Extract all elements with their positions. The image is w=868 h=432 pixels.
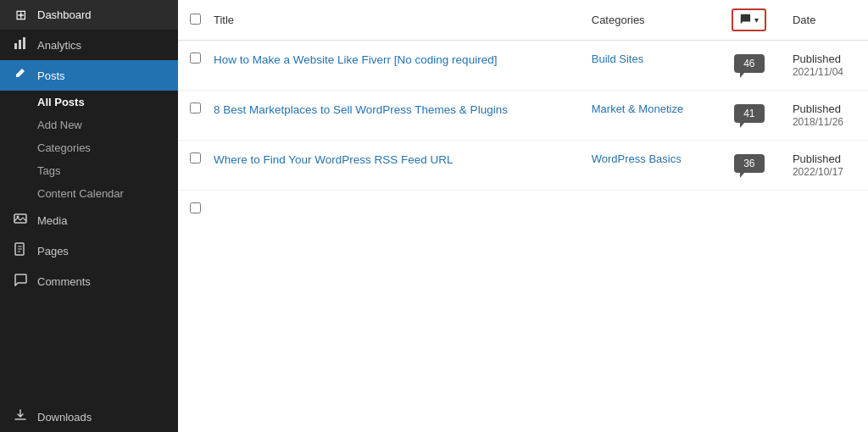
comment-header-icon bbox=[739, 13, 751, 27]
date-cell: Published 2022/10/17 bbox=[782, 141, 868, 191]
comment-count-cell: 46 bbox=[716, 41, 782, 91]
category-link[interactable]: Market & Monetize bbox=[592, 102, 683, 115]
select-all-checkbox[interactable] bbox=[190, 14, 201, 25]
comment-count-cell: 41 bbox=[716, 91, 782, 141]
comment-badge-wrap: 36 bbox=[726, 152, 772, 173]
table-row: How to Make a Website Like Fiverr [No co… bbox=[178, 41, 868, 91]
title-cell: How to Make a Website Like Fiverr [No co… bbox=[203, 41, 581, 91]
category-cell: Market & Monetize bbox=[581, 91, 716, 141]
svg-rect-0 bbox=[14, 43, 17, 49]
comment-badge-wrap: 41 bbox=[726, 102, 772, 123]
title-col-header: Title bbox=[203, 0, 581, 41]
sidebar-item-downloads[interactable]: Downloads bbox=[0, 402, 178, 432]
title-cell bbox=[203, 191, 581, 229]
select-all-col bbox=[178, 0, 203, 41]
analytics-icon bbox=[12, 36, 29, 53]
title-cell: 8 Best Marketplaces to Sell WordPress Th… bbox=[203, 91, 581, 141]
table-row bbox=[178, 191, 868, 229]
pages-icon bbox=[12, 242, 29, 259]
posts-icon bbox=[12, 67, 29, 84]
post-status: Published bbox=[793, 152, 841, 165]
post-date: 2021/11/04 bbox=[793, 66, 843, 78]
posts-submenu: All Posts Add New Categories Tags Conten… bbox=[0, 91, 178, 205]
posts-table: Title Categories ▾ bbox=[178, 0, 868, 228]
posts-table-container: Title Categories ▾ bbox=[178, 0, 868, 432]
sidebar-item-label: Downloads bbox=[37, 411, 92, 424]
date-cell bbox=[782, 191, 868, 229]
post-date: 2022/10/17 bbox=[793, 166, 843, 178]
category-cell bbox=[581, 191, 716, 229]
comment-sort-button[interactable]: ▾ bbox=[732, 8, 766, 31]
comment-count-cell bbox=[716, 191, 782, 229]
comment-count-cell: 36 bbox=[716, 141, 782, 191]
row-checkbox[interactable] bbox=[190, 102, 201, 114]
row-checkbox[interactable] bbox=[190, 202, 201, 213]
row-checkbox-cell bbox=[178, 91, 203, 141]
downloads-icon bbox=[12, 408, 29, 425]
sidebar-item-analytics[interactable]: Analytics bbox=[0, 30, 178, 60]
post-status: Published bbox=[793, 102, 841, 115]
title-cell: Where to Find Your WordPress RSS Feed UR… bbox=[203, 141, 581, 191]
comment-badge-wrap: 46 bbox=[726, 53, 772, 73]
table-row: 8 Best Marketplaces to Sell WordPress Th… bbox=[178, 91, 868, 141]
row-checkbox[interactable] bbox=[190, 53, 201, 64]
sidebar-item-comments[interactable]: Comments bbox=[0, 266, 178, 296]
post-status: Published bbox=[793, 53, 841, 65]
row-checkbox[interactable] bbox=[190, 152, 201, 163]
submenu-categories[interactable]: Categories bbox=[0, 136, 178, 159]
comment-badge[interactable]: 36 bbox=[734, 154, 765, 173]
post-title-link[interactable]: 8 Best Marketplaces to Sell WordPress Th… bbox=[214, 103, 508, 116]
sidebar-item-pages[interactable]: Pages bbox=[0, 235, 178, 266]
sidebar-item-label: Comments bbox=[37, 275, 91, 288]
svg-rect-2 bbox=[23, 37, 25, 49]
comments-icon bbox=[12, 273, 29, 290]
sidebar-item-label: Posts bbox=[37, 69, 65, 82]
category-link[interactable]: WordPress Basics bbox=[592, 152, 682, 165]
date-col-header: Date bbox=[782, 0, 868, 41]
sidebar-item-media[interactable]: Media bbox=[0, 205, 178, 235]
row-checkbox-cell bbox=[178, 141, 203, 191]
chevron-down-icon: ▾ bbox=[754, 15, 759, 25]
row-checkbox-cell bbox=[178, 41, 203, 91]
date-cell: Published 2018/11/26 bbox=[782, 91, 868, 141]
svg-rect-1 bbox=[19, 40, 21, 49]
media-icon bbox=[12, 212, 29, 229]
submenu-content-calendar[interactable]: Content Calendar bbox=[0, 182, 178, 205]
category-cell: Build Sites bbox=[581, 41, 716, 91]
sidebar-item-posts[interactable]: Posts bbox=[0, 60, 178, 91]
submenu-all-posts[interactable]: All Posts bbox=[0, 91, 178, 114]
svg-rect-4 bbox=[14, 214, 26, 223]
sidebar-item-label: Pages bbox=[37, 245, 69, 258]
comment-badge[interactable]: 46 bbox=[734, 54, 765, 73]
sidebar-item-label: Media bbox=[37, 214, 67, 227]
main-content: Title Categories ▾ bbox=[178, 0, 868, 432]
post-title-link[interactable]: Where to Find Your WordPress RSS Feed UR… bbox=[214, 153, 453, 166]
post-date: 2018/11/26 bbox=[793, 116, 843, 128]
categories-col-header: Categories bbox=[581, 0, 716, 41]
category-cell: WordPress Basics bbox=[581, 141, 716, 191]
comment-badge[interactable]: 41 bbox=[734, 104, 765, 123]
dashboard-icon: ⊞ bbox=[12, 7, 29, 23]
date-cell: Published 2021/11/04 bbox=[782, 41, 868, 91]
sidebar-item-label: Dashboard bbox=[37, 8, 92, 21]
table-row: Where to Find Your WordPress RSS Feed UR… bbox=[178, 141, 868, 191]
submenu-tags[interactable]: Tags bbox=[0, 159, 178, 182]
comments-col-header: ▾ bbox=[716, 0, 782, 41]
sidebar-item-dashboard[interactable]: ⊞ Dashboard bbox=[0, 0, 178, 30]
sidebar-spacer bbox=[0, 296, 178, 402]
category-link[interactable]: Build Sites bbox=[592, 53, 643, 65]
submenu-add-new[interactable]: Add New bbox=[0, 114, 178, 136]
post-title-link[interactable]: How to Make a Website Like Fiverr [No co… bbox=[214, 53, 497, 66]
sidebar: ⊞ Dashboard Analytics Posts All Posts Ad… bbox=[0, 0, 178, 432]
sidebar-item-label: Analytics bbox=[37, 39, 81, 52]
row-checkbox-cell bbox=[178, 191, 203, 229]
